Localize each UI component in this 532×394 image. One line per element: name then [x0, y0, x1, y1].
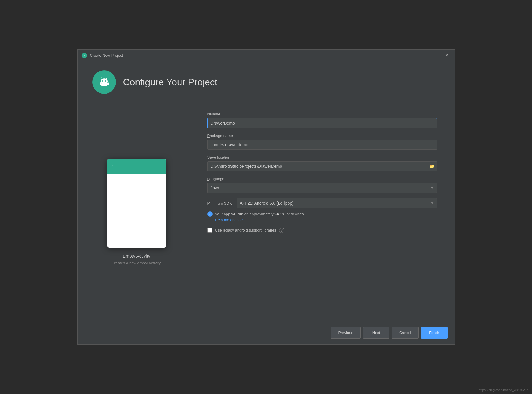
min-sdk-label: Minimum SDK [207, 201, 232, 206]
svg-point-4 [102, 80, 103, 82]
min-sdk-select-wrapper: API 21: Android 5.0 (Lollipop) API 16: A… [237, 198, 437, 208]
info-text: Your app will run on approximately 94.1%… [215, 212, 305, 216]
language-select[interactable]: Java Kotlin [207, 183, 437, 193]
language-label: Language [207, 177, 437, 181]
help-tooltip-icon[interactable]: ? [279, 228, 284, 233]
legacy-checkbox-label: Use legacy android.support libraries [215, 228, 276, 232]
phone-body [107, 174, 166, 248]
title-bar: A Create New Project × [78, 50, 455, 61]
svg-rect-7 [100, 82, 101, 85]
page-title: Configure Your Project [123, 77, 217, 88]
legacy-checkbox-row: Use legacy android.support libraries ? [207, 228, 437, 233]
package-group: Package name [207, 133, 437, 150]
header-section: Configure Your Project [78, 61, 455, 103]
activity-name: Empty Activity [123, 253, 150, 258]
phone-toolbar: ← [107, 159, 166, 174]
folder-icon[interactable]: 📁 [430, 164, 435, 169]
help-link[interactable]: Help me choose [215, 218, 243, 222]
sdk-row: Minimum SDK API 21: Android 5.0 (Lollipo… [207, 198, 437, 208]
save-location-input[interactable] [207, 161, 437, 171]
finish-button[interactable]: Finish [421, 327, 448, 339]
legacy-checkbox[interactable] [207, 228, 212, 233]
info-row: i Your app will run on approximately 94.… [207, 211, 437, 222]
logo-icon [92, 70, 116, 94]
svg-point-5 [105, 80, 106, 82]
phone-preview: ← [107, 159, 166, 248]
language-select-wrapper: Java Kotlin ▼ [207, 183, 437, 193]
right-panel: NName Package name Save location 📁 [196, 103, 455, 321]
footer: Previous Next Cancel Finish [78, 321, 455, 344]
window-title: Create New Project [90, 53, 123, 58]
package-input[interactable] [207, 140, 437, 150]
cancel-button[interactable]: Cancel [392, 327, 418, 339]
language-group: Language Java Kotlin ▼ [207, 177, 437, 193]
save-location-label: Save location [207, 155, 437, 159]
name-group: NName [207, 112, 437, 128]
android-logo-svg [97, 75, 112, 89]
svg-rect-6 [101, 83, 107, 86]
android-studio-icon: A [81, 52, 88, 59]
previous-button[interactable]: Previous [331, 327, 361, 339]
main-content: ← Empty Activity Creates a new empty act… [78, 103, 455, 321]
next-button[interactable]: Next [363, 327, 389, 339]
name-label: NName [207, 112, 437, 116]
left-panel: ← Empty Activity Creates a new empty act… [78, 103, 196, 321]
name-input[interactable] [207, 118, 437, 128]
close-button[interactable]: × [443, 51, 451, 60]
watermark: https://blog.csdn.net/qq_38436214 [479, 388, 528, 392]
svg-text:A: A [83, 54, 85, 57]
info-percent: 94.1% [274, 212, 285, 216]
activity-desc: Creates a new empty activity. [112, 261, 161, 265]
save-location-group: Save location 📁 [207, 155, 437, 171]
save-location-input-wrapper: 📁 [207, 161, 437, 171]
info-icon: i [207, 211, 213, 217]
info-text-block: Your app will run on approximately 94.1%… [215, 211, 305, 222]
phone-back-arrow-icon: ← [111, 163, 116, 169]
package-label: Package name [207, 133, 437, 138]
min-sdk-select[interactable]: API 21: Android 5.0 (Lollipop) API 16: A… [237, 198, 437, 208]
svg-rect-8 [107, 82, 109, 85]
